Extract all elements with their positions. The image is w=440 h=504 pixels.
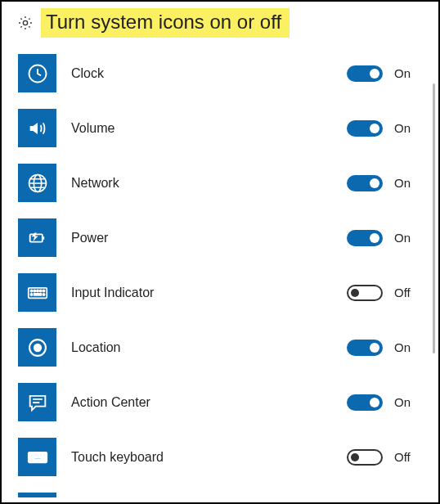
svg-point-22 — [43, 454, 44, 456]
volume-icon — [18, 109, 56, 147]
input-indicator-icon — [18, 273, 56, 312]
system-icon-row: LocationOn — [18, 328, 419, 367]
system-icon-label: Touch keyboard — [71, 450, 347, 465]
toggle-switch[interactable] — [347, 230, 383, 246]
system-icon-label: Location — [71, 340, 347, 355]
svg-point-16 — [34, 344, 40, 350]
svg-rect-4 — [29, 234, 42, 241]
clock-icon — [18, 54, 56, 92]
system-icon-label: Volume — [71, 121, 347, 136]
svg-point-19 — [34, 454, 35, 456]
svg-point-14 — [43, 293, 44, 295]
system-icons-list: ClockOnVolumeOnNetworkOnPowerOnInput Ind… — [2, 39, 438, 497]
toggle-state-label: Off — [394, 450, 419, 464]
system-icon-row: Input IndicatorOff — [18, 273, 419, 312]
toggle-state-label: On — [394, 395, 419, 409]
scrollbar[interactable] — [433, 83, 435, 353]
action-center-icon — [18, 383, 56, 421]
toggle-switch[interactable] — [347, 120, 383, 137]
toggle-state-label: On — [394, 176, 419, 190]
power-icon — [18, 218, 56, 257]
system-icon-label: Action Center — [71, 395, 347, 410]
svg-point-21 — [39, 454, 41, 456]
gear-icon — [16, 14, 34, 32]
location-icon — [18, 328, 56, 367]
page-title: Turn system icons on or off — [41, 8, 290, 38]
toggle-state-label: On — [394, 340, 419, 354]
toggle-state-label: On — [394, 231, 419, 245]
svg-rect-13 — [34, 293, 41, 295]
toggle-switch[interactable] — [347, 65, 383, 82]
svg-point-10 — [39, 290, 41, 291]
toggle-switch[interactable] — [347, 340, 383, 356]
system-icon-label: Clock — [71, 66, 347, 81]
svg-point-18 — [30, 454, 32, 456]
system-icon-row: NetworkOn — [18, 164, 419, 202]
toggle-state-label: Off — [394, 286, 419, 299]
svg-point-11 — [43, 290, 44, 291]
toggle-switch[interactable] — [347, 449, 383, 466]
svg-point-9 — [36, 290, 38, 291]
toggle-state-label: On — [394, 66, 419, 80]
system-icon-row: PowerOn — [18, 218, 419, 257]
svg-rect-24 — [34, 457, 41, 459]
svg-point-20 — [36, 454, 38, 456]
page-header: Turn system icons on or off — [2, 2, 438, 39]
system-icon-row: ClockOn — [18, 54, 419, 92]
system-icon-row: VolumeOn — [18, 109, 419, 147]
touch-keyboard-icon — [18, 438, 56, 476]
svg-point-0 — [23, 20, 27, 25]
toggle-switch[interactable] — [347, 285, 383, 301]
svg-point-12 — [30, 293, 32, 295]
toggle-switch[interactable] — [347, 175, 383, 191]
partial-next-row — [18, 493, 56, 497]
system-icon-row: Action CenterOn — [18, 383, 419, 421]
system-icon-row: Touch keyboardOff — [18, 438, 419, 476]
svg-point-7 — [30, 290, 32, 291]
svg-point-8 — [34, 290, 35, 291]
system-icon-label: Input Indicator — [71, 286, 347, 300]
system-icon-label: Network — [71, 176, 347, 191]
network-icon — [18, 164, 56, 202]
toggle-switch[interactable] — [347, 394, 383, 411]
svg-point-25 — [43, 457, 44, 459]
svg-rect-5 — [42, 236, 43, 240]
toggle-state-label: On — [394, 121, 419, 135]
svg-point-23 — [30, 457, 32, 459]
system-icon-label: Power — [71, 231, 347, 245]
